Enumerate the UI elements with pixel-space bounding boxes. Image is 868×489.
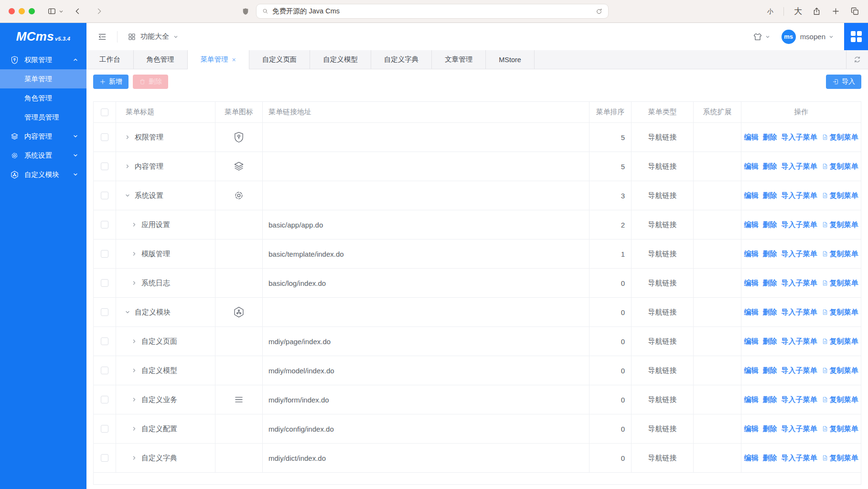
- sidebar-item-permission-management[interactable]: 权限管理: [0, 50, 86, 69]
- chevron-down-icon[interactable]: [59, 9, 64, 14]
- edit-link[interactable]: 编辑: [744, 133, 759, 142]
- sidebar-item-system-settings[interactable]: 系统设置: [0, 146, 86, 165]
- row-checkbox[interactable]: [94, 414, 116, 444]
- chevron-right-icon[interactable]: [125, 135, 130, 140]
- row-checkbox[interactable]: [94, 385, 116, 414]
- import-submenu-link[interactable]: 导入子菜单: [782, 454, 817, 463]
- edit-link[interactable]: 编辑: [744, 395, 759, 404]
- import-submenu-link[interactable]: 导入子菜单: [782, 308, 817, 317]
- copy-menu-link[interactable]: 复制菜单: [822, 366, 858, 375]
- edit-link[interactable]: 编辑: [744, 162, 759, 171]
- import-submenu-link[interactable]: 导入子菜单: [782, 220, 817, 229]
- edit-link[interactable]: 编辑: [744, 279, 759, 288]
- chevron-right-icon[interactable]: [132, 281, 137, 285]
- sidebar-item-content-management[interactable]: 内容管理: [0, 127, 86, 146]
- delete-link[interactable]: 删除: [763, 366, 777, 375]
- import-submenu-link[interactable]: 导入子菜单: [782, 395, 817, 404]
- reload-icon[interactable]: [595, 8, 603, 15]
- zoom-window-button[interactable]: [29, 8, 35, 14]
- add-button[interactable]: 新增: [93, 75, 129, 89]
- select-all-checkbox[interactable]: [94, 102, 116, 123]
- edit-link[interactable]: 编辑: [744, 337, 759, 346]
- row-checkbox[interactable]: [94, 298, 116, 327]
- chevron-right-icon[interactable]: [132, 397, 137, 402]
- delete-link[interactable]: 删除: [763, 279, 777, 288]
- chevron-right-icon[interactable]: [125, 164, 130, 169]
- avatar[interactable]: ms: [782, 30, 796, 44]
- import-submenu-link[interactable]: 导入子菜单: [782, 250, 817, 259]
- chevron-right-icon[interactable]: [132, 339, 137, 344]
- sidebar-item-custom-module[interactable]: 自定义模块: [0, 165, 86, 184]
- delete-link[interactable]: 删除: [763, 395, 777, 404]
- back-button[interactable]: [73, 7, 82, 16]
- share-icon[interactable]: [812, 7, 821, 16]
- copy-menu-link[interactable]: 复制菜单: [822, 279, 858, 288]
- tab-mstore[interactable]: MStore: [486, 50, 535, 69]
- delete-link[interactable]: 删除: [763, 220, 777, 229]
- tab-overview-icon[interactable]: [850, 7, 859, 16]
- delete-link[interactable]: 删除: [763, 162, 777, 171]
- import-submenu-link[interactable]: 导入子菜单: [782, 366, 817, 375]
- chevron-right-icon[interactable]: [132, 368, 137, 373]
- delete-link[interactable]: 删除: [763, 337, 777, 346]
- tab-menu-management[interactable]: 菜单管理×: [188, 50, 249, 69]
- copy-menu-link[interactable]: 复制菜单: [822, 424, 858, 434]
- tab-article-management[interactable]: 文章管理: [432, 50, 486, 69]
- chevron-down-icon[interactable]: [125, 310, 130, 315]
- row-checkbox[interactable]: [94, 444, 116, 473]
- sidebar-item-role-management[interactable]: 角色管理: [0, 88, 86, 108]
- privacy-shield-icon[interactable]: [241, 7, 250, 16]
- close-window-button[interactable]: [9, 8, 15, 14]
- sidebar-item-admin-management[interactable]: 管理员管理: [0, 108, 86, 127]
- edit-link[interactable]: 编辑: [744, 191, 759, 200]
- row-checkbox[interactable]: [94, 181, 116, 210]
- copy-menu-link[interactable]: 复制菜单: [822, 454, 858, 463]
- new-tab-icon[interactable]: [831, 7, 840, 16]
- copy-menu-link[interactable]: 复制菜单: [822, 308, 858, 317]
- edit-link[interactable]: 编辑: [744, 220, 759, 229]
- edit-link[interactable]: 编辑: [744, 250, 759, 259]
- sidebar-toggle-icon[interactable]: [47, 7, 56, 16]
- theme-switcher[interactable]: [753, 32, 770, 42]
- delete-link[interactable]: 删除: [763, 424, 777, 434]
- text-smaller-button[interactable]: 小: [767, 7, 773, 16]
- delete-link[interactable]: 删除: [763, 191, 777, 200]
- chevron-right-icon[interactable]: [132, 426, 137, 431]
- row-checkbox[interactable]: [94, 239, 116, 269]
- edit-link[interactable]: 编辑: [744, 366, 759, 375]
- import-submenu-link[interactable]: 导入子菜单: [782, 337, 817, 346]
- address-bar[interactable]: 免费开源的 Java Cms: [256, 4, 609, 19]
- edit-link[interactable]: 编辑: [744, 424, 759, 434]
- refresh-tab-button[interactable]: [846, 50, 868, 69]
- row-checkbox[interactable]: [94, 152, 116, 181]
- row-checkbox[interactable]: [94, 356, 116, 385]
- import-submenu-link[interactable]: 导入子菜单: [782, 279, 817, 288]
- user-menu[interactable]: msopen: [800, 33, 834, 41]
- forward-button[interactable]: [95, 7, 104, 16]
- delete-link[interactable]: 删除: [763, 250, 777, 259]
- import-submenu-link[interactable]: 导入子菜单: [782, 191, 817, 200]
- copy-menu-link[interactable]: 复制菜单: [822, 250, 858, 259]
- import-button[interactable]: 导入: [826, 75, 861, 89]
- row-checkbox[interactable]: [94, 269, 116, 298]
- text-larger-button[interactable]: 大: [794, 6, 802, 17]
- chevron-down-icon[interactable]: [125, 193, 130, 198]
- minimize-window-button[interactable]: [19, 8, 25, 14]
- tab-workbench[interactable]: 工作台: [86, 50, 134, 69]
- delete-link[interactable]: 删除: [763, 133, 777, 142]
- tab-custom-dict[interactable]: 自定义字典: [371, 50, 432, 69]
- tab-custom-page[interactable]: 自定义页面: [249, 50, 311, 69]
- import-submenu-link[interactable]: 导入子菜单: [782, 162, 817, 171]
- chevron-right-icon[interactable]: [132, 222, 137, 227]
- row-checkbox[interactable]: [94, 210, 116, 239]
- copy-menu-link[interactable]: 复制菜单: [822, 220, 858, 229]
- edit-link[interactable]: 编辑: [744, 454, 759, 463]
- tab-custom-model[interactable]: 自定义模型: [310, 50, 371, 69]
- delete-link[interactable]: 删除: [763, 308, 777, 317]
- tab-role-management[interactable]: 角色管理: [134, 50, 188, 69]
- copy-menu-link[interactable]: 复制菜单: [822, 133, 858, 142]
- delete-button[interactable]: 删除: [133, 75, 168, 89]
- copy-menu-link[interactable]: 复制菜单: [822, 337, 858, 346]
- copy-menu-link[interactable]: 复制菜单: [822, 191, 858, 200]
- row-checkbox[interactable]: [94, 327, 116, 356]
